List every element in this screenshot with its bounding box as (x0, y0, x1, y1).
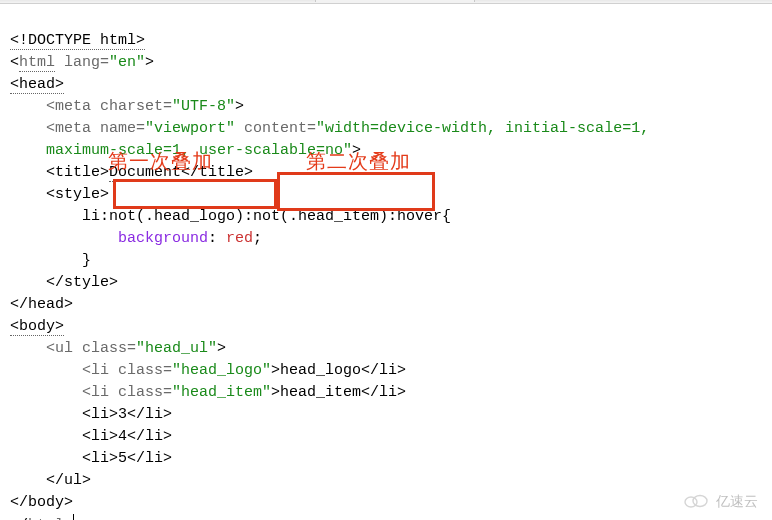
code-line: } (10, 252, 91, 269)
code-line: <title>Document</title> (10, 164, 253, 182)
text-cursor (73, 514, 74, 520)
code-line: li:not(.head_logo):not(.head_item):hover… (10, 208, 451, 225)
code-line: maximum-scale=1, user-scalable=no"> (10, 142, 361, 159)
code-line: <head> (10, 76, 64, 94)
code-line: <meta charset="UTF-8"> (10, 98, 244, 115)
code-line: <li class="head_item">head_item</li> (10, 384, 406, 401)
cloud-icon (682, 493, 710, 509)
code-line: <style> (10, 186, 109, 203)
code-line: <li>3</li> (10, 406, 172, 423)
code-line: </style> (10, 274, 118, 291)
inactive-tab-hint (315, 0, 475, 2)
code-line: <li>4</li> (10, 428, 172, 445)
code-line: background: red; (10, 230, 262, 247)
code-line: </ul> (10, 472, 91, 489)
code-line: </head> (10, 296, 73, 313)
code-line: <li class="head_logo">head_logo</li> (10, 362, 406, 379)
code-line: <li>5</li> (10, 450, 172, 467)
code-line: <html lang="en"> (10, 54, 154, 72)
code-line: <ul class="head_ul"> (10, 340, 226, 357)
code-editor[interactable]: <!DOCTYPE html> <html lang="en"> <head> … (10, 8, 762, 520)
code-line: <meta name="viewport" content="width=dev… (10, 120, 649, 137)
code-line: <body> (10, 318, 64, 336)
watermark-text: 亿速云 (716, 490, 758, 512)
code-line: </body> (10, 494, 73, 511)
code-line: <!DOCTYPE html> (10, 32, 145, 50)
svg-point-1 (693, 496, 707, 507)
watermark: 亿速云 (682, 490, 758, 512)
